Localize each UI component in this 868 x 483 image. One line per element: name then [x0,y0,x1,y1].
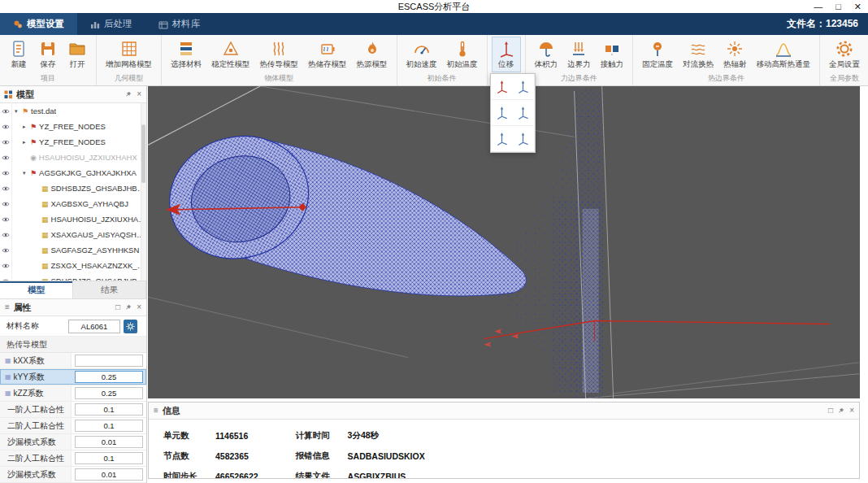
material-name-field[interactable]: AL6061 [68,320,120,333]
model-panel-title: 模型 [16,89,34,101]
initial-velocity-button[interactable]: 初始速度 [401,37,442,72]
property-row: 二阶人工粘合性 0.1 [0,418,146,434]
tree-item[interactable]: ▸ ⚑ YZ_FREE_NODES [0,119,146,134]
save-button[interactable]: 保存 [33,37,63,72]
visibility-eye-icon[interactable] [0,134,12,150]
visibility-eye-icon[interactable] [0,165,12,181]
tab-material-library[interactable]: 材料库 [145,13,214,35]
open-button[interactable]: 打开 [63,37,92,72]
close-panel-icon[interactable]: × [848,407,855,415]
tab-model-settings[interactable]: 模型设置 [0,13,77,35]
heat-source-model-button[interactable]: 热源模型 [352,37,393,72]
visibility-eye-icon[interactable] [0,150,12,165]
tree-item[interactable]: ▾ ⚑ test.dat [0,103,146,119]
boundary-force-button[interactable]: 边界力 [562,37,596,72]
expand-arrow-icon[interactable]: ▸ [23,139,30,146]
material-name-label: 材料名称 [3,320,65,332]
close-panel-icon[interactable]: × [136,303,142,311]
menu-lines-icon: ≡ [153,407,159,415]
displacement-option[interactable] [491,74,513,100]
conduction-section-header: 热传导模型 [0,337,146,353]
close-button[interactable]: ✕ [854,0,861,13]
info-stat-label: 单元数 [163,430,215,442]
expand-arrow-icon[interactable]: ▾ [23,170,30,176]
restore-panel-icon[interactable]: □ [115,303,121,311]
property-value-input[interactable]: 0.1 [75,452,143,464]
tree-item[interactable]: ▾ ⚑ AGSGKJKG_GJHXAJKHXA [0,165,146,181]
tree-item[interactable]: ▦ SAGFASGZ_ASYHHKSN [0,242,146,258]
volume-force-button[interactable]: 体积力 [530,37,563,72]
tree-scrollbar-thumb[interactable] [141,124,145,183]
sidebar-tab[interactable]: 结果 [73,281,146,298]
ribbon-group-geometry: 增加网格模型 几何模型 [97,35,162,85]
heat-storage-model-button[interactable]: 热储存模型 [303,37,352,72]
close-panel-icon[interactable]: × [136,90,142,98]
visibility-eye-icon[interactable] [0,119,12,134]
moving-gauss-flux-button[interactable]: 移动高斯热通量 [752,37,816,72]
visibility-eye-icon[interactable] [0,196,12,211]
maximize-button[interactable]: □ [835,0,841,13]
stability-triangle-icon [221,39,241,59]
pin-icon[interactable] [837,407,845,415]
restore-panel-icon[interactable]: □ [827,407,834,415]
property-value-input[interactable] [75,355,143,367]
heat-storage-icon [318,39,337,59]
minimize-button[interactable]: — [814,0,822,13]
pin-icon[interactable] [124,303,132,311]
property-value-input[interactable]: 0.25 [75,387,143,399]
radiation-button[interactable]: 热辐射 [718,37,752,72]
stability-model-button[interactable]: 稳定性模型 [206,37,255,72]
info-stat-row: 结果文件 ASGBIXZBIUS [296,466,425,479]
material-layers-icon [176,39,196,59]
convection-button[interactable]: 对流换热 [678,37,718,72]
tree-item[interactable]: ▦ XAGBSXG_AYHAQBJ [0,196,146,211]
tree-item[interactable]: ▦ SDHSBJZS_GHSABJHB_ZAHU [0,181,146,196]
material-settings-button[interactable] [124,320,137,333]
heat-conduction-model-button[interactable]: 热传导模型 [255,37,304,72]
visibility-eye-icon[interactable] [0,181,12,196]
fixed-temperature-button[interactable]: 固定温度 [637,37,678,72]
displacement-option[interactable] [491,100,513,126]
model-tree-icon [4,90,13,99]
visibility-eye-icon[interactable] [0,242,12,258]
tree-item[interactable]: ▦ HSAUHOISU_JZXIUXHAHX [0,211,146,227]
property-value-input[interactable]: 0.01 [75,436,143,448]
global-settings-button[interactable]: 全局设置 [824,37,865,72]
select-material-button[interactable]: 选择材料 [166,37,206,72]
info-stat-row: 时间步长 466526622 [163,466,258,479]
displacement-option[interactable] [513,100,535,126]
tree-item[interactable]: ▦ SDHSBJZS_GHSABJHB_ZAHU [0,273,146,281]
displacement-option[interactable] [513,126,535,152]
property-value-input[interactable]: 0.1 [75,420,143,432]
property-value-input[interactable]: 0.25 [75,371,143,383]
info-stat-value: 1146516 [215,431,248,441]
tree-node-icon: ▦ [41,200,49,208]
visibility-eye-icon[interactable] [0,103,12,119]
visibility-eye-icon[interactable] [0,258,12,273]
tree-scrollbar[interactable] [141,103,146,281]
pin-icon[interactable] [124,90,132,98]
displacement-button[interactable]: 位移 [492,37,521,72]
tree-item[interactable]: ◉ HSAUHOISU_JZXIUXHAHX [0,150,146,165]
displacement-option[interactable] [513,74,535,100]
property-value-input[interactable]: 0.01 [75,468,143,481]
expand-arrow-icon[interactable]: ▸ [23,124,30,130]
visibility-eye-icon[interactable] [0,227,12,242]
tree-item[interactable]: ▦ XSAXGAUS_AISYAQSH_ASHX [0,227,146,242]
tree-item[interactable]: ▦ ZSXGX_HSAKAZNZXK_AHASX [0,258,146,273]
tree-node-icon: ▦ [41,277,49,282]
initial-temperature-button[interactable]: 初始温度 [442,37,483,72]
visibility-eye-icon[interactable] [0,273,12,281]
contact-force-button[interactable]: 接触力 [596,37,629,72]
new-button[interactable]: 新建 [4,37,33,72]
visibility-eye-icon[interactable] [0,211,12,227]
chart-bars-icon [90,20,100,29]
tree-item[interactable]: ▸ ⚑ YZ_FREE_NODES [0,134,146,150]
ribbon-group-global: 全局设置 全局参数 [820,35,868,85]
sidebar-tab[interactable]: 模型 [0,281,73,298]
add-mesh-model-button[interactable]: 增加网格模型 [101,37,157,72]
displacement-option[interactable] [491,126,513,152]
expand-arrow-icon[interactable]: ▾ [15,108,22,115]
property-value-input[interactable]: 0.1 [75,403,143,416]
tab-post-processing[interactable]: 后处理 [77,13,145,35]
